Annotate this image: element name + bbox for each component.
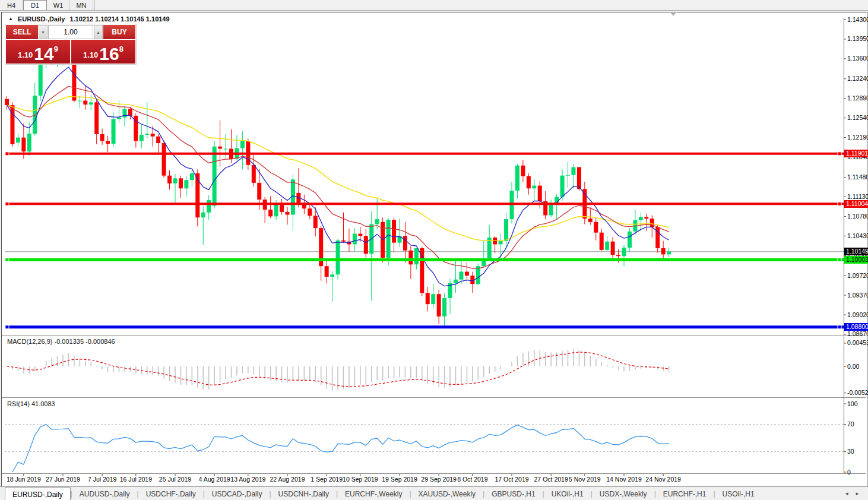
tab-eurusd-daily[interactable]: EURUSD-,Daily: [5, 488, 71, 500]
chart-shift-marker-icon[interactable]: [670, 12, 677, 16]
price-axis-label: 1.12540: [847, 114, 868, 121]
tab-eurchf-weekly[interactable]: EURCHF-,Weekly: [338, 487, 409, 500]
tab-audusd-daily[interactable]: AUDUSD-,Daily: [72, 487, 137, 500]
current-price-badge: 1.10149: [844, 248, 868, 255]
date-axis-label: 25 Jul 2019: [159, 476, 191, 483]
price-axis-label: 1.11130: [847, 193, 868, 200]
timeframe-toolbar: H4D1W1MN: [0, 0, 868, 11]
price-axis-label: 1.12890: [847, 94, 868, 102]
date-axis-label: 18 Jun 2019: [7, 476, 41, 483]
macd-axis-label: 0.004536: [847, 339, 868, 346]
tab-scroll-arrows: ◄►: [836, 487, 868, 500]
price-axis-label: 1.14300: [847, 16, 868, 23]
bid-price-big: 14: [34, 46, 53, 62]
timeframe-button-mn[interactable]: MN: [70, 0, 93, 10]
rsi-axis-label: 100: [847, 400, 858, 407]
date-axis-label: 17 Oct 2019: [495, 476, 528, 483]
date-axis-label: 5 Nov 2019: [569, 476, 601, 483]
sell-button[interactable]: SELL: [6, 25, 38, 39]
ask-price-prefix: 1.10: [83, 50, 98, 59]
bid-quote-tile[interactable]: 1.10 14 9: [6, 40, 70, 64]
date-axis-label: 27 Oct 2019: [534, 476, 568, 483]
price-axis-label: 1.09370: [847, 292, 868, 299]
level-price-badge: 1.11004: [844, 200, 868, 208]
price-axis-label: 1.10430: [847, 232, 868, 239]
date-axis-label: 27 Jun 2019: [46, 476, 80, 483]
price-axis-label: 1.10780: [847, 213, 868, 220]
one-click-trade-panel: SELL ▼ ▲ BUY 1.10 14 9 1.10 16 8: [5, 24, 137, 65]
mt4-terminal: H4D1W1MN ▲ EURUSD-,Daily 1.10212 1.10214…: [0, 0, 868, 500]
volume-decrease-button[interactable]: ▼: [39, 25, 47, 39]
volume-field-wrap: [48, 25, 93, 39]
tab-scroll-right-icon[interactable]: ►: [855, 491, 860, 496]
date-axis-label: 22 Aug 2019: [270, 476, 305, 483]
chart-symbol-label: EURUSD-,Daily: [18, 15, 65, 23]
price-axis-label: 1.09720: [847, 272, 868, 279]
expand-triangle-icon[interactable]: ▲: [8, 16, 13, 21]
rsi-axis-label: 0: [847, 469, 851, 476]
rsi-indicator-label: RSI(14) 41.0083: [7, 400, 55, 407]
date-axis-label: 10 Sep 2019: [343, 476, 378, 483]
tab-eurchf-h1[interactable]: EURCHF-,H1: [656, 487, 714, 500]
chart-ohlc-values: 1.10212 1.10214 1.10145 1.10149: [69, 15, 169, 23]
ask-price-pip: 8: [119, 45, 123, 53]
date-axis-label: 7 Jul 2019: [88, 476, 116, 483]
buy-button[interactable]: BUY: [103, 25, 135, 39]
bid-price-prefix: 1.10: [18, 50, 33, 59]
price-axis-label: 1.12190: [847, 134, 868, 141]
bid-price-pip: 9: [54, 45, 58, 53]
level-price-badge: 1.11901: [844, 150, 868, 157]
macd-axis-label: 0.00: [847, 363, 859, 370]
tab-usdchf-daily[interactable]: USDCHF-,Daily: [139, 487, 203, 500]
level-price-badge: 1.08800: [844, 323, 868, 331]
tab-ukoil-h1[interactable]: UKOil-,H1: [544, 487, 591, 500]
chart-title: ▲ EURUSD-,Daily 1.10212 1.10214 1.10145 …: [8, 15, 170, 23]
tab-usdx-weekly[interactable]: USDX-,Weekly: [593, 487, 654, 500]
symbol-tab-bar: EURUSD-,Daily|AUDUSD-,Daily|USDCHF-,Dail…: [0, 486, 868, 500]
price-axis-label: 1.13950: [847, 35, 868, 42]
price-axis-label: 1.11480: [847, 173, 868, 181]
tab-usoil-h1[interactable]: USOil-,H1: [715, 487, 762, 500]
volume-input[interactable]: [49, 27, 93, 37]
timeframe-button-d1[interactable]: D1: [23, 0, 47, 10]
tab-scroll-left-icon[interactable]: ◄: [844, 491, 849, 496]
chart-canvas[interactable]: [2, 12, 866, 485]
date-axis-label: 24 Nov 2019: [645, 476, 681, 483]
tab-gbpusd-h1[interactable]: GBPUSD-,H1: [484, 487, 542, 500]
price-axis-label: 1.13600: [847, 55, 868, 62]
macd-indicator-label: MACD(12,26,9) -0.001335 -0.000846: [7, 338, 115, 345]
rsi-axis-label: 70: [847, 420, 854, 428]
date-axis-label: 14 Nov 2019: [606, 476, 642, 483]
date-axis-label: 19 Sep 2019: [382, 476, 417, 483]
date-axis-label: 8 Oct 2019: [457, 476, 487, 483]
rsi-axis-label: 30: [847, 448, 854, 455]
tab-xauusd-weekly[interactable]: XAUUSD-,Weekly: [411, 487, 483, 500]
date-axis-label: 1 Sep 2019: [311, 476, 343, 483]
toolbar-separator: [94, 0, 95, 10]
date-axis-label: 13 Aug 2019: [230, 476, 265, 483]
date-axis-label: 4 Aug 2019: [199, 476, 230, 483]
price-axis-label: 1.13240: [847, 75, 868, 82]
tab-usdcad-daily[interactable]: USDCAD-,Daily: [205, 487, 270, 500]
date-axis-label: 16 Jul 2019: [120, 476, 152, 483]
price-axis-label: 1.09020: [847, 311, 868, 318]
level-price-badge: 1.10003: [844, 256, 868, 264]
macd-axis-label: -0.005205: [847, 389, 868, 396]
timeframe-button-h4[interactable]: H4: [0, 0, 23, 10]
price-axis-label: 1.08670: [847, 330, 868, 337]
tab-usdcnh-daily[interactable]: USDCNH-,Daily: [271, 487, 336, 500]
volume-increase-button[interactable]: ▲: [94, 25, 103, 39]
date-axis-label: 29 Sep 2019: [421, 476, 457, 483]
timeframe-button-w1[interactable]: W1: [47, 0, 70, 10]
ask-quote-tile[interactable]: 1.10 16 8: [71, 40, 135, 64]
ask-price-big: 16: [99, 46, 119, 62]
